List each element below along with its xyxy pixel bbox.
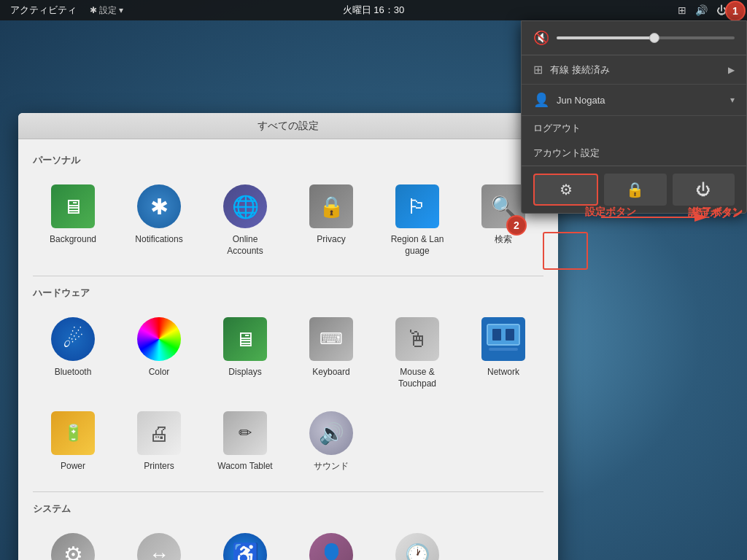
dropdown-account-settings[interactable]: アカウント設定 — [522, 141, 746, 166]
settings-item-sound[interactable]: 🔊 サウンド — [291, 402, 371, 480]
hardware-grid: ☄ Bluetooth Color 🖥 Displays ⌨ — [33, 308, 543, 480]
background-label: Background — [50, 234, 96, 246]
printers-icon: 🖨 — [136, 410, 182, 456]
settings-item-region[interactable]: 🏳 Region & Lan guage — [377, 176, 457, 264]
settings-item-mouse[interactable]: 🖱 Mouse & Touchpad — [377, 308, 457, 397]
dropdown-network-label: 有線 接続済み — [550, 63, 610, 77]
settings-action-button[interactable]: ⚙ — [533, 174, 598, 206]
notifications-label: Notifications — [135, 234, 182, 246]
mouse-label: Mouse & Touchpad — [398, 367, 436, 389]
dropdown-network-icon: ⊞ — [533, 63, 543, 77]
settings-item-wacom[interactable]: ✏ Wacom Tablet — [205, 402, 285, 480]
settings-item-bluetooth[interactable]: ☄ Bluetooth — [33, 308, 113, 397]
topbar-clock: 火曜日 16：30 — [343, 4, 405, 17]
mouse-icon: 🖱 — [394, 316, 441, 362]
settings-item-details[interactable]: ⚙ Details — [33, 524, 113, 560]
settings-item-notifications[interactable]: ✱ Notifications — [119, 176, 199, 264]
system-dropdown-panel: 🔇 ⊞ 有線 接続済み ▶ 👤 Jun Nogata ▾ ログアウト アカウント… — [521, 20, 747, 214]
divider-personal-hardware — [33, 276, 543, 276]
settings-titlebar: すべての設定 🔍 — [18, 113, 558, 139]
system-grid: ⚙ Details ↔ Sharing ♿ Universal Access 👤 — [33, 524, 543, 560]
settings-item-universal-access[interactable]: ♿ Universal Access — [205, 524, 285, 560]
topbar-chevron-icon: ▾ — [119, 5, 123, 15]
dropdown-username: Jun Nogata — [557, 95, 605, 106]
dropdown-network-arrow: ▶ — [728, 65, 735, 75]
settings-window: すべての設定 🔍 パーソナル 🖥 Background ✱ Notificati… — [18, 113, 558, 560]
svg-rect-5 — [489, 348, 518, 351]
settings-item-printers[interactable]: 🖨 Printers — [119, 402, 199, 480]
annotation-shutdown-btn-label: 終了ボタン — [692, 206, 743, 219]
settings-item-network[interactable]: Network — [463, 308, 543, 397]
settings-item-keyboard[interactable]: ⌨ Keyboard — [291, 308, 371, 397]
sound-icon: 🔊 — [308, 410, 355, 456]
topbar: アクティビティ ✱ 設定 ▾ 火曜日 16：30 ⊞ 🔊 ⏻ ▾ 1 — [0, 0, 747, 20]
power-icon: 🔋 — [50, 410, 96, 456]
annotation-badge-1: 1 — [725, 1, 746, 21]
settings-item-online-accounts[interactable]: 🌐 Online Accounts — [205, 176, 285, 264]
bluetooth-icon: ☄ — [50, 316, 96, 362]
settings-item-background[interactable]: 🖥 Background — [33, 176, 113, 264]
topbar-settings-menu[interactable]: ✱ 設定 ▾ — [85, 4, 128, 17]
network-icon — [480, 316, 527, 362]
settings-item-power[interactable]: 🔋 Power — [33, 402, 113, 480]
settings-item-color[interactable]: Color — [119, 308, 199, 397]
privacy-icon: 🔒 — [308, 183, 355, 230]
sharing-icon: ↔ — [136, 532, 182, 560]
settings-title: すべての設定 — [258, 120, 319, 133]
sound-label: サウンド — [314, 461, 349, 472]
network-label: Network — [487, 367, 519, 378]
personal-grid: 🖥 Background ✱ Notifications 🌐 Online Ac… — [33, 176, 543, 264]
section-system-title: システム — [33, 502, 543, 516]
printers-label: Printers — [144, 461, 174, 472]
keyboard-label: Keyboard — [312, 367, 349, 378]
power-label: Power — [61, 461, 85, 472]
volume-slider-fill — [557, 36, 654, 39]
svg-rect-3 — [492, 329, 501, 341]
background-icon: 🖥 — [50, 183, 96, 230]
section-personal-title: パーソナル — [33, 154, 543, 167]
dropdown-user-row: 👤 Jun Nogata ▾ — [522, 85, 746, 116]
displays-label: Displays — [228, 367, 261, 378]
power-action-button[interactable]: ⏻ — [673, 174, 735, 206]
activities-button[interactable]: アクティビティ — [4, 4, 82, 17]
wacom-icon: ✏ — [222, 410, 268, 456]
volume-slider[interactable] — [557, 36, 735, 39]
users-icon: 👤 — [308, 532, 355, 560]
dropdown-logout[interactable]: ログアウト — [522, 116, 746, 141]
details-icon: ⚙ — [50, 532, 96, 560]
settings-item-datetime[interactable]: 🕐 日付と時刻 — [377, 524, 457, 560]
settings-item-sharing[interactable]: ↔ Sharing — [119, 524, 199, 560]
color-label: Color — [149, 367, 170, 378]
annotation-box-settings — [543, 232, 588, 270]
color-icon — [136, 316, 182, 362]
dropdown-network-row[interactable]: ⊞ 有線 接続済み ▶ — [522, 55, 746, 85]
bluetooth-label: Bluetooth — [55, 367, 92, 378]
settings-content: パーソナル 🖥 Background ✱ Notifications 🌐 Onl… — [18, 139, 558, 560]
volume-mute-icon: 🔇 — [533, 30, 549, 46]
topbar-left: アクティビティ ✱ 設定 ▾ — [4, 4, 676, 17]
svg-rect-4 — [506, 329, 514, 341]
dropdown-user-icon: 👤 — [533, 92, 549, 108]
volume-slider-thumb — [649, 33, 659, 43]
online-accounts-icon: 🌐 — [222, 183, 268, 230]
settings-item-users[interactable]: 👤 ユーザー — [291, 524, 371, 560]
universal-access-icon: ♿ — [222, 532, 268, 560]
volume-row: 🔇 — [522, 21, 746, 55]
annotation-badge-2: 2 — [506, 215, 527, 236]
topbar-settings-label: 設定 — [99, 4, 117, 17]
wacom-label: Wacom Tablet — [217, 461, 272, 472]
keyboard-icon: ⌨ — [308, 316, 355, 362]
settings-item-privacy[interactable]: 🔒 Privacy — [291, 176, 371, 264]
network-tray-icon[interactable]: ⊞ — [676, 4, 689, 16]
annotation-settings-btn-label: 設定ボタン — [585, 206, 636, 219]
svg-rect-1 — [487, 324, 519, 345]
online-accounts-label: Online Accounts — [227, 234, 263, 257]
dropdown-user-arrow: ▾ — [730, 95, 735, 105]
settings-item-displays[interactable]: 🖥 Displays — [205, 308, 285, 397]
lock-action-button[interactable]: 🔒 — [604, 174, 666, 206]
datetime-icon: 🕐 — [394, 532, 441, 560]
search-label: 検索 — [495, 234, 512, 246]
section-hardware-title: ハードウェア — [33, 287, 543, 300]
region-label: Region & Lan guage — [391, 234, 444, 257]
volume-tray-icon[interactable]: 🔊 — [693, 4, 710, 16]
